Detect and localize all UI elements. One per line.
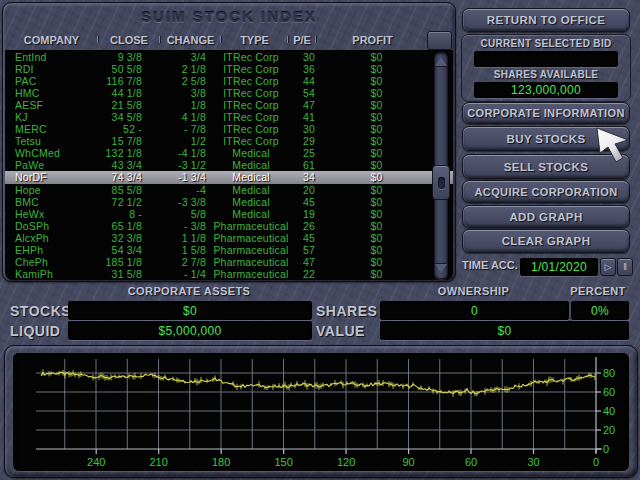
panel-title-band: SUIM STOCK INDEX [3,3,455,29]
table-row-bmc[interactable]: BMC72 1/2-3 3/8Medical45$0 [5,196,453,208]
shares-available-field: 123,000,000 [474,82,618,98]
cell-close: 44 1/8 [98,87,142,99]
cell-company: MERC [5,123,98,135]
stock-market-screen: SUIM STOCK INDEX COMPANYCLOSECHANGETYPEP… [0,0,640,480]
cell-pe: 36 [296,63,322,75]
ownership-header: OWNERSHIP [380,285,567,297]
shares-value-field: 0 [380,301,569,320]
table-column-header: COMPANYCLOSECHANGETYPEP/EPROFIT [5,29,429,50]
cell-profit: $0 [322,51,431,63]
cell-close: 31 5/8 [98,268,142,280]
cell-profit: $0 [322,208,431,220]
cell-profit: $0 [322,159,431,171]
cell-type: Pharmaceutical [206,232,296,244]
table-row-hope[interactable]: Hope85 5/8-4Medical20$0 [5,184,453,196]
cell-type: ITRec Corp [206,87,296,99]
cell-profit: $0 [322,220,431,232]
time-play-button[interactable]: ▷ [600,258,616,276]
cell-change: 2 1/8 [142,63,206,75]
cell-change: -4 1/8 [142,147,206,159]
add-graph-button[interactable]: ADD GRAPH [462,205,630,228]
column-header-pe[interactable]: P/E [288,34,316,46]
clear-graph-button[interactable]: CLEAR GRAPH [462,229,630,253]
table-row-merc[interactable]: MERC52 -- 7/8ITRec Corp30$0 [5,123,453,135]
buy-stocks-button[interactable]: BUY STOCKS [462,126,630,151]
cell-change: 1/2 [142,135,206,147]
table-row-hewx[interactable]: HeWx8 -5/8Medical19$0 [5,208,453,220]
svg-text:60: 60 [603,386,615,398]
time-pause-button[interactable]: ‖ [617,258,633,276]
cell-type: Pharmaceutical [206,244,296,256]
cell-company: KamiPh [5,268,98,280]
cell-type: Medical [206,208,296,220]
table-row-pac[interactable]: PAC116 7/82 5/8ITRec Corp44$0 [5,75,453,87]
cell-close: 72 1/2 [98,196,142,208]
panel-title: SUIM STOCK INDEX [141,8,317,25]
table-row-aesf[interactable]: AESF21 5/81/8ITRec Corp47$0 [5,99,453,111]
table-row-nordf[interactable]: NorDF74 3/4-1 3/4Medical34$0 [5,171,453,183]
column-header-type[interactable]: TYPE [221,34,288,46]
column-header-close[interactable]: CLOSE [98,34,160,46]
scroll-down-button[interactable] [431,260,450,276]
cell-profit: $0 [322,232,431,244]
cell-company: Tetsu [5,135,98,147]
cell-change: 4 1/8 [142,111,206,123]
liquid-label: LIQUID [10,323,60,339]
cell-type: Pharmaceutical [206,256,296,268]
table-row-cheph[interactable]: ChePh185 1/82 7/8Pharmaceutical47$0 [5,256,453,268]
cell-company: NorDF [5,171,98,183]
column-header-change[interactable]: CHANGE [160,34,221,46]
table-row-ehph[interactable]: EHPh54 3/41 5/8Pharmaceutical57$0 [5,244,453,256]
cell-company: PaWe [5,159,98,171]
pause-icon: ‖ [623,262,627,272]
table-row-entind[interactable]: EntInd9 3/83/4ITRec Corp30$0 [5,51,453,63]
cell-close: 74 3/4 [98,171,142,183]
corporate-information-button[interactable]: CORPORATE INFORMATION [462,102,630,124]
svg-text:120: 120 [337,456,355,468]
cell-type: ITRec Corp [206,63,296,75]
table-scrollbar[interactable] [431,52,450,277]
header-corner-box [427,31,452,50]
cell-type: ITRec Corp [206,135,296,147]
price-history-panel: 2402101801501209060300020406080 [4,345,638,478]
table-row-whcmed[interactable]: WhCMed132 1/8-4 1/8Medical25$0 [5,147,453,159]
cell-company: ChePh [5,256,98,268]
table-row-kamiph[interactable]: KamiPh31 5/8- 1/4Pharmaceutical22$0 [5,268,453,280]
table-row-tetsu[interactable]: Tetsu15 7/81/2ITRec Corp29$0 [5,135,453,147]
table-row-dosph[interactable]: DoSPh65 1/8- 3/8Pharmaceutical26$0 [5,220,453,232]
return-to-office-button[interactable]: RETURN TO OFFICE [462,8,630,32]
acquire-corporation-button[interactable]: ACQUIRE CORPORATION [462,180,630,203]
svg-text:210: 210 [149,456,167,468]
cell-pe: 22 [296,268,322,280]
cell-profit: $0 [322,87,431,99]
column-header-profit[interactable]: PROFIT [316,34,429,46]
cell-company: EntInd [5,51,98,63]
scrollbar-thumb[interactable] [432,165,450,200]
table-row-alcxph[interactable]: AlcxPh32 3/81 1/8Pharmaceutical45$0 [5,232,453,244]
cell-profit: $0 [322,63,431,75]
cell-company: AlcxPh [5,232,98,244]
sell-stocks-button[interactable]: SELL STOCKS [462,154,630,179]
corporate-assets-header: CORPORATE ASSETS [68,285,310,297]
cell-company: HMC [5,87,98,99]
table-row-pawe[interactable]: PaWe43 3/4-3 1/2Medical61$0 [5,159,453,171]
cell-type: ITRec Corp [206,75,296,87]
cell-pe: 29 [296,135,322,147]
table-row-kj[interactable]: KJ34 5/84 1/8ITRec Corp41$0 [5,111,453,123]
scroll-up-button[interactable] [431,53,450,69]
cell-change: 3/4 [142,51,206,63]
cell-profit: $0 [322,184,431,196]
table-row-rdi[interactable]: RDI50 5/82 1/8ITRec Corp36$0 [5,63,453,75]
cell-change: - 1/4 [142,268,206,280]
column-header-company[interactable]: COMPANY [5,34,98,46]
svg-text:240: 240 [87,456,105,468]
cell-pe: 54 [296,87,322,99]
stock-price-chart: 2402101801501209060300020406080 [15,353,627,471]
svg-text:40: 40 [603,405,615,417]
cell-pe: 19 [296,208,322,220]
table-row-hmc[interactable]: HMC44 1/83/8ITRec Corp54$0 [5,87,453,99]
cell-change: 1 5/8 [142,244,206,256]
cell-change: - 7/8 [142,123,206,135]
svg-text:180: 180 [212,456,230,468]
cell-company: DoSPh [5,220,98,232]
